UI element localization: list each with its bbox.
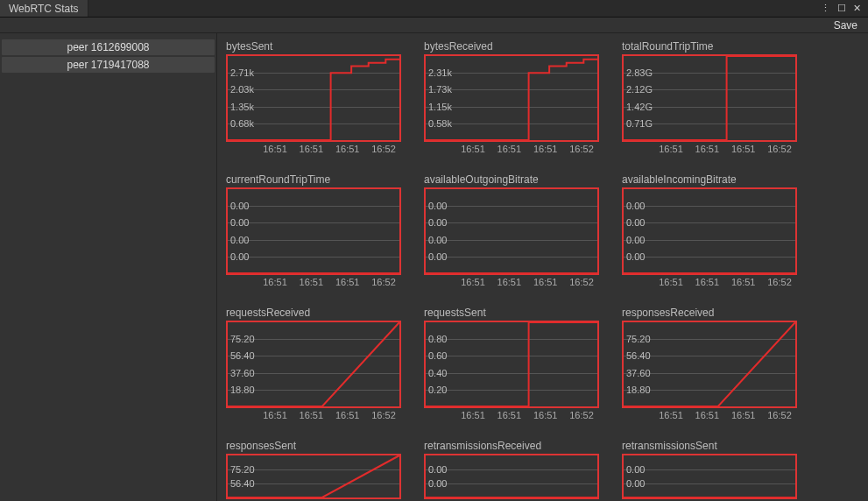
chart-plot-area: 75.2056.4037.6018.80	[226, 321, 401, 408]
titlebar: WebRTC Stats ⋮ ☐ ✕	[0, 0, 868, 18]
x-tick-label: 16:51	[258, 144, 293, 154]
peer-row[interactable]: peer 1612699008	[2, 39, 215, 55]
chart-card: responsesReceived75.2056.4037.6018.8016:…	[622, 307, 797, 420]
x-tick-label: 16:51	[491, 144, 526, 154]
peer-row[interactable]: peer 1719417088	[2, 57, 215, 73]
chart-title: totalRoundTripTime	[622, 40, 797, 53]
chart-card: retransmissionsSent0.000.00	[622, 440, 797, 499]
chart-card: bytesSent2.71k2.03k1.35k0.68k16:5116:511…	[226, 40, 401, 154]
x-tick-label: 16:51	[330, 144, 365, 154]
x-ticks: 16:5116:5116:5116:52	[622, 142, 797, 154]
chart-plot-area: 0.000.00	[622, 454, 797, 499]
chart-plot-area: 75.2056.40	[226, 454, 401, 499]
window-tab[interactable]: WebRTC Stats	[0, 0, 88, 17]
chart-plot-area: 75.2056.4037.6018.80	[622, 321, 797, 408]
x-tick-label: 16:51	[293, 410, 328, 420]
x-tick-label: 16:52	[366, 144, 401, 154]
chart-title: currentRoundTripTime	[226, 173, 401, 186]
kebab-icon[interactable]: ⋮	[821, 4, 830, 13]
chart-card: availableIncomingBitrate0.000.000.000.00…	[622, 173, 797, 287]
peer-label: peer 1612699008	[67, 41, 149, 53]
chart-series	[624, 56, 795, 140]
chart-plot-area: 2.71k2.03k1.35k0.68k	[226, 54, 401, 142]
x-tick-label: 16:51	[491, 410, 526, 420]
chart-card: requestsSent0.800.600.400.2016:5116:5116…	[424, 307, 599, 420]
x-tick-label: 16:51	[330, 410, 365, 420]
chart-series	[624, 455, 795, 497]
chart-series	[228, 56, 399, 140]
chart-card: currentRoundTripTime0.000.000.000.0016:5…	[226, 173, 401, 287]
x-tick-label: 16:51	[653, 410, 688, 420]
x-tick-label: 16:51	[258, 410, 293, 420]
chart-plot-area: 0.000.000.000.00	[226, 187, 401, 275]
chart-plot-area: 0.000.00	[424, 454, 599, 499]
x-tick-label: 16:52	[762, 144, 797, 154]
chart-card: availableOutgoingBitrate0.000.000.000.00…	[424, 173, 599, 287]
x-ticks: 16:5116:5116:5116:52	[226, 142, 401, 154]
x-ticks: 16:5116:5116:5116:52	[424, 275, 599, 287]
chart-title: retransmissionsSent	[622, 440, 797, 452]
chart-series	[228, 322, 399, 406]
content: bytesSent2.71k2.03k1.35k0.68k16:5116:511…	[217, 33, 868, 501]
chart-card: requestsReceived75.2056.4037.6018.8016:5…	[226, 307, 401, 420]
x-tick-label: 16:51	[726, 277, 761, 287]
x-ticks: 16:5116:5116:5116:52	[226, 408, 401, 420]
titlebar-spacer	[88, 0, 814, 17]
chart-plot-area: 0.800.600.400.20	[424, 321, 599, 408]
maximize-icon[interactable]: ☐	[837, 4, 846, 13]
charts-row: bytesSent2.71k2.03k1.35k0.68k16:5116:511…	[226, 40, 852, 154]
x-tick-label: 16:51	[653, 277, 688, 287]
chart-plot-area: 0.000.000.000.00	[424, 187, 599, 275]
x-ticks: 16:5116:5116:5116:52	[622, 408, 797, 420]
x-tick-label: 16:51	[528, 277, 563, 287]
x-ticks: 16:5116:5116:5116:52	[622, 275, 797, 287]
chart-title: responsesReceived	[622, 307, 797, 319]
chart-series	[624, 189, 795, 273]
window-controls: ⋮ ☐ ✕	[814, 0, 868, 17]
chart-plot-area: 2.31k1.73k1.15k0.58k	[424, 54, 599, 142]
x-tick-label: 16:51	[330, 277, 365, 287]
chart-card: totalRoundTripTime2.83G2.12G1.42G0.71G16…	[622, 40, 797, 154]
chart-card: bytesReceived2.31k1.73k1.15k0.58k16:5116…	[424, 40, 599, 154]
save-button[interactable]: Save	[829, 18, 863, 32]
x-tick-label: 16:51	[455, 144, 490, 154]
x-tick-label: 16:51	[455, 410, 490, 420]
chart-title: bytesSent	[226, 40, 401, 53]
charts-row: requestsReceived75.2056.4037.6018.8016:5…	[226, 307, 852, 420]
x-tick-label: 16:51	[689, 277, 724, 287]
x-tick-label: 16:51	[455, 277, 490, 287]
x-tick-label: 16:51	[528, 410, 563, 420]
chart-title: availableOutgoingBitrate	[424, 173, 599, 186]
chart-title: availableIncomingBitrate	[622, 173, 797, 186]
window-title: WebRTC Stats	[9, 3, 79, 15]
x-tick-label: 16:51	[491, 277, 526, 287]
chart-title: requestsSent	[424, 307, 599, 319]
charts-row: currentRoundTripTime0.000.000.000.0016:5…	[226, 173, 852, 287]
toolbar: Save	[0, 18, 868, 33]
close-icon[interactable]: ✕	[853, 4, 861, 13]
chart-series	[426, 322, 597, 406]
x-ticks: 16:5116:5116:5116:52	[424, 142, 599, 154]
chart-plot-area: 2.83G2.12G1.42G0.71G	[622, 54, 797, 142]
x-tick-label: 16:51	[689, 410, 724, 420]
x-tick-label: 16:51	[528, 144, 563, 154]
x-tick-label: 16:51	[258, 277, 293, 287]
x-tick-label: 16:52	[564, 277, 599, 287]
x-tick-label: 16:52	[366, 410, 401, 420]
charts-scroll[interactable]: bytesSent2.71k2.03k1.35k0.68k16:5116:511…	[217, 33, 868, 501]
chart-plot-area: 0.000.000.000.00	[622, 187, 797, 275]
chart-title: retransmissionsReceived	[424, 440, 599, 452]
chart-card: retransmissionsReceived0.000.00	[424, 440, 599, 499]
x-tick-label: 16:51	[689, 144, 724, 154]
chart-series	[228, 455, 399, 497]
x-tick-label: 16:52	[564, 410, 599, 420]
chart-title: requestsReceived	[226, 307, 401, 319]
chart-title: responsesSent	[226, 440, 401, 452]
x-tick-label: 16:51	[293, 277, 328, 287]
x-tick-label: 16:52	[762, 277, 797, 287]
charts-row: responsesSent75.2056.40retransmissionsRe…	[226, 440, 852, 499]
x-tick-label: 16:51	[293, 144, 328, 154]
peer-label: peer 1719417088	[67, 59, 149, 71]
x-ticks: 16:5116:5116:5116:52	[424, 408, 599, 420]
chart-title: bytesReceived	[424, 40, 599, 53]
